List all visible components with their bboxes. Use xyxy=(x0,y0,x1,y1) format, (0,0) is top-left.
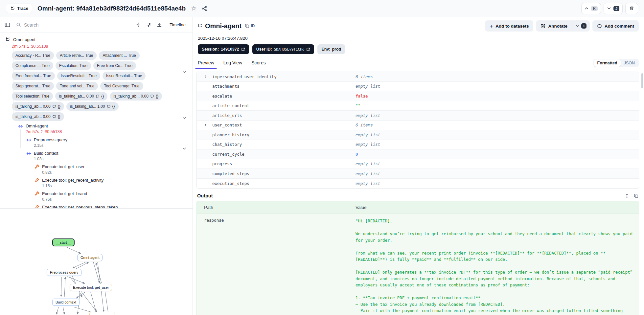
score-badge[interactable]: is_talking_ab... 0.00 {} xyxy=(12,112,64,121)
span-arrows-icon xyxy=(26,138,31,143)
score-badge[interactable]: Tool Coverage: True xyxy=(100,82,143,90)
col-path: Path xyxy=(197,205,356,210)
tree-root-omni-agent[interactable]: Omni-agent xyxy=(0,36,193,43)
graph-node-execute-tool-get-user[interactable]: Execute tool: get_user xyxy=(70,284,112,291)
table-row: user_context 6 items xyxy=(197,121,639,130)
comment-icon xyxy=(96,94,100,98)
copy-id-icon[interactable] xyxy=(245,24,249,28)
search-input[interactable] xyxy=(24,22,90,28)
kbd-shortcut-k: K xyxy=(591,6,598,11)
table-row: article_content "" xyxy=(197,101,639,111)
copy-output-icon[interactable] xyxy=(634,193,638,198)
graph-node-start[interactable]: __start__ xyxy=(52,238,75,246)
download-icon[interactable] xyxy=(157,22,162,28)
tree-toolbar: Timeline xyxy=(0,17,193,33)
table-row: planner_history empty list xyxy=(197,130,639,140)
bookmark-star-icon[interactable]: ☆ xyxy=(191,5,196,12)
preview-content: impersonated_user_identity 6 items attac… xyxy=(193,69,644,315)
format-json[interactable]: JSON xyxy=(621,59,638,67)
collapse-chevron-icon[interactable] xyxy=(182,146,187,151)
score-badge[interactable]: IssueResoluti... True xyxy=(57,72,100,80)
prev-trace-button[interactable]: K xyxy=(581,3,601,14)
output-path: response xyxy=(197,218,356,223)
scrollbar-thumb[interactable] xyxy=(641,73,643,88)
expand-row-icon[interactable] xyxy=(204,75,207,79)
table-row: progress empty list xyxy=(197,159,639,169)
collapse-chevron-icon[interactable] xyxy=(182,70,187,74)
add-comment-button[interactable]: Add comment xyxy=(592,20,639,32)
kbd-shortcut-j: J xyxy=(613,6,619,11)
score-badge[interactable]: IssueResoluti... True xyxy=(103,72,146,80)
score-badge[interactable]: Free from Co... True xyxy=(93,61,136,70)
share-icon[interactable] xyxy=(202,6,207,11)
annotation-count-badge: 1 xyxy=(581,23,586,29)
annotate-button[interactable]: Annotate xyxy=(536,20,572,32)
root-metrics: 2m 57s Σ $0.55138 xyxy=(0,43,193,49)
collapse-all-icon[interactable] xyxy=(136,22,141,28)
next-trace-button[interactable]: J xyxy=(604,3,623,14)
id-label[interactable]: ID xyxy=(251,24,255,28)
env-badge: Env: prod xyxy=(317,44,345,54)
score-badge[interactable]: Article retrie... True xyxy=(56,51,97,60)
wrench-icon xyxy=(35,178,39,183)
score-badge[interactable]: is_talking_ab... 1.00 {} xyxy=(66,102,119,111)
timeline-toggle[interactable]: Timeline xyxy=(167,21,188,29)
root-cost: $0.55138 xyxy=(31,44,48,49)
detail-tabs: Preview Log View Scores Formatted JSON xyxy=(193,57,644,69)
span-tree: Omni-agent 2m 57s Σ $0.55138 Accuracy - … xyxy=(0,33,193,209)
score-badge[interactable]: is_talking_ab... 0.00 {} xyxy=(110,92,162,101)
list-tree-icon xyxy=(10,6,15,11)
score-badge[interactable]: Free from hal... True xyxy=(12,72,55,80)
graph-edges xyxy=(0,209,193,315)
score-badge[interactable]: Accuracy - R... True xyxy=(12,51,54,60)
session-badge[interactable]: Session: 14910372 xyxy=(198,44,249,54)
score-badge[interactable]: Escalation: True xyxy=(56,61,91,70)
span-title: Omni-agent xyxy=(205,22,242,30)
collapse-chevron-icon[interactable] xyxy=(182,116,187,120)
span-preprocess-query[interactable]: Preprocess query 2.15s xyxy=(0,137,193,148)
graph-node-preprocess-query[interactable]: Preprocess query xyxy=(47,269,81,276)
score-badge[interactable]: Compliance ... True xyxy=(12,61,53,70)
collapse-sidebar-icon[interactable] xyxy=(5,22,10,28)
graph-node-omni-agent[interactable]: Omni-agent xyxy=(77,254,103,261)
tree-guide-line xyxy=(29,158,29,209)
table-row: current_cycle 0 xyxy=(197,149,639,159)
trace-label: Trace xyxy=(17,6,28,11)
comment-icon xyxy=(150,94,154,98)
format-formatted[interactable]: Formatted xyxy=(594,59,621,67)
score-badge[interactable]: Tool selection: True xyxy=(12,92,53,101)
root-span-name: Omni-agent xyxy=(13,37,35,42)
tab-preview[interactable]: Preview xyxy=(197,60,215,69)
chevron-up-icon xyxy=(585,6,589,11)
trace-type-chip[interactable]: Trace xyxy=(6,4,32,13)
score-badge[interactable]: is_talking_ab... 0.00 {} xyxy=(12,102,64,111)
pencil-square-icon xyxy=(540,24,545,29)
score-badge[interactable]: is_talking_ab... 0.00 {} xyxy=(55,92,107,101)
expand-output-icon[interactable] xyxy=(625,193,629,198)
add-to-datasets-button[interactable]: + Add to datasets xyxy=(485,20,533,32)
span-omni-agent[interactable]: Omni-agent 2m 57s Σ $0.55138 xyxy=(0,123,193,135)
delete-trace-button[interactable] xyxy=(625,3,638,14)
span-arrows-icon xyxy=(26,151,31,156)
user-id-badge[interactable]: User ID: SDAHUSLy9f1CHo xyxy=(252,44,314,54)
graph-node-partial[interactable] xyxy=(89,312,115,315)
annotate-button-group: Annotate 1 xyxy=(536,20,590,32)
chevron-down-icon xyxy=(607,6,611,11)
tab-scores[interactable]: Scores xyxy=(251,60,266,69)
page-title: Omni-agent: 9f4a81eb3df983f24d64d511e854… xyxy=(37,5,186,12)
format-toggle: Formatted JSON xyxy=(593,59,639,67)
score-badge[interactable]: Attachment ... True xyxy=(99,51,139,60)
tab-log-view[interactable]: Log View xyxy=(223,60,243,69)
settings-sliders-icon[interactable] xyxy=(146,22,151,28)
output-section-title: Output xyxy=(197,193,213,198)
top-bar: Trace Omni-agent: 9f4a81eb3df983f24d64d5… xyxy=(0,0,644,17)
output-value: "Hi [REDACTED], We understand you’re try… xyxy=(356,218,639,315)
graph-node-build-context[interactable]: Build context xyxy=(52,299,80,306)
score-badge[interactable]: Tone and voi... True xyxy=(56,82,98,90)
expand-row-icon[interactable] xyxy=(204,123,207,127)
sum-icon: Σ xyxy=(41,129,43,134)
trace-detail-panel: Omni-agent ID + Add to datasets Annotate xyxy=(193,17,644,315)
score-badge[interactable]: Step generat... True xyxy=(12,82,54,90)
annotate-dropdown-button[interactable]: 1 xyxy=(572,20,590,32)
plus-icon: + xyxy=(490,23,493,29)
